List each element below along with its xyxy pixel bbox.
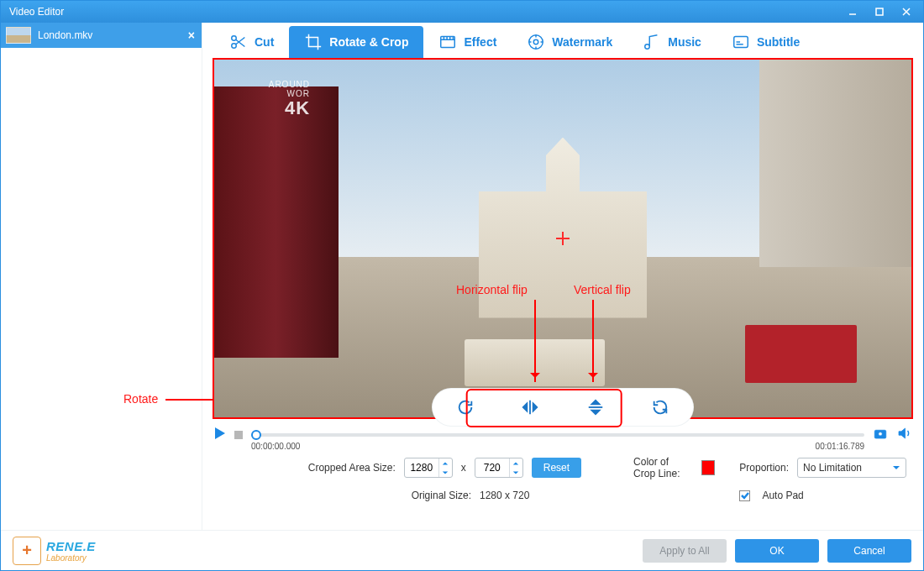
spin-up-icon[interactable] <box>439 458 452 468</box>
spin-down-icon[interactable] <box>510 468 522 477</box>
svg-rect-0 <box>876 8 883 15</box>
subtitle-icon <box>732 33 750 51</box>
cancel-button[interactable]: Cancel <box>827 539 911 563</box>
original-size-label: Original Size: <box>219 490 471 501</box>
watermark-icon <box>527 33 545 51</box>
music-icon <box>643 33 661 51</box>
tab-rotate-crop[interactable]: Rotate & Crop <box>289 26 423 58</box>
spin-up-icon[interactable] <box>510 458 522 468</box>
flip-vertical-button[interactable] <box>581 393 610 422</box>
svg-point-1 <box>232 36 237 41</box>
reset-crop-button[interactable]: Reset <box>532 458 581 478</box>
file-thumbnail <box>6 27 31 44</box>
minimize-button[interactable] <box>839 3 866 20</box>
footer: RENE.E Laboratory Apply to All OK Cancel <box>1 530 923 570</box>
play-button[interactable] <box>214 427 226 443</box>
titlebar: Video Editor <box>1 1 923 23</box>
file-close-icon[interactable]: × <box>188 29 195 42</box>
editor-tabs: Cut Rotate & Crop Effect Watermark Music <box>202 23 923 58</box>
file-tab[interactable]: London.mkv × <box>1 23 202 48</box>
time-total: 00:01:16.789 <box>816 442 864 451</box>
time-current: 00:00:00.000 <box>251 442 300 451</box>
tab-music[interactable]: Music <box>627 26 717 58</box>
snapshot-button[interactable] <box>873 426 888 444</box>
proportion-label: Proportion: <box>739 462 789 474</box>
annotation-vflip: Vertical flip <box>574 283 631 296</box>
crop-height-input[interactable] <box>475 458 523 478</box>
annotation-vflip-arrow <box>592 300 594 382</box>
svg-point-2 <box>232 44 237 49</box>
annotation-hflip: Horizontal flip <box>456 283 528 296</box>
seek-track[interactable]: 00:00:00.000 00:01:16.789 <box>251 433 864 437</box>
chevron-down-icon <box>892 464 900 472</box>
reset-rotation-button[interactable] <box>646 393 675 422</box>
tab-effect[interactable]: Effect <box>423 26 512 58</box>
crop-color-label: Color of Crop Line: <box>633 456 692 479</box>
scissors-icon <box>229 33 248 51</box>
crop-controls: Cropped Area Size: x Reset Color of Cro <box>202 448 923 508</box>
tab-cut[interactable]: Cut <box>214 26 289 58</box>
video-preview[interactable]: AROUND WOR 4K Horizontal flip Vertical f… <box>213 58 913 419</box>
crop-center-icon <box>556 232 570 245</box>
file-name: London.mkv <box>38 29 92 41</box>
flip-horizontal-button[interactable] <box>516 393 544 422</box>
stop-button[interactable] <box>234 431 243 439</box>
rotate-cw-button[interactable] <box>451 393 480 422</box>
spin-down-icon[interactable] <box>439 468 452 477</box>
autopad-checkbox[interactable] <box>739 490 750 501</box>
effect-icon <box>438 33 457 51</box>
autopad-label: Auto Pad <box>762 490 803 501</box>
crop-width-input[interactable] <box>404 458 453 478</box>
apply-all-button[interactable]: Apply to All <box>643 539 727 563</box>
tab-watermark[interactable]: Watermark <box>512 26 627 58</box>
cropped-size-label: Cropped Area Size: <box>219 462 396 474</box>
proportion-select[interactable]: No Limitation <box>797 458 906 478</box>
file-sidebar: London.mkv × <box>1 23 202 530</box>
svg-point-5 <box>534 39 539 45</box>
seek-thumb[interactable] <box>251 430 261 440</box>
annotation-hflip-arrow <box>534 300 536 382</box>
crop-color-swatch[interactable] <box>701 460 715 475</box>
svg-point-8 <box>879 432 883 437</box>
rotate-tooltray <box>433 389 693 426</box>
ok-button[interactable]: OK <box>735 539 819 563</box>
annotation-rotate: Rotate <box>123 392 158 406</box>
volume-button[interactable] <box>896 426 911 444</box>
maximize-button[interactable] <box>866 3 893 20</box>
window-title: Video Editor <box>9 6 839 18</box>
crop-icon <box>304 33 323 51</box>
tab-subtitle[interactable]: Subtitle <box>717 26 815 58</box>
medkit-icon <box>13 537 41 565</box>
brand-logo: RENE.E Laboratory <box>13 537 96 565</box>
svg-rect-6 <box>734 37 748 48</box>
close-button[interactable] <box>893 3 920 20</box>
original-size-value: 1280 x 720 <box>480 490 529 501</box>
playback-bar: 00:00:00.000 00:01:16.789 <box>202 422 923 448</box>
